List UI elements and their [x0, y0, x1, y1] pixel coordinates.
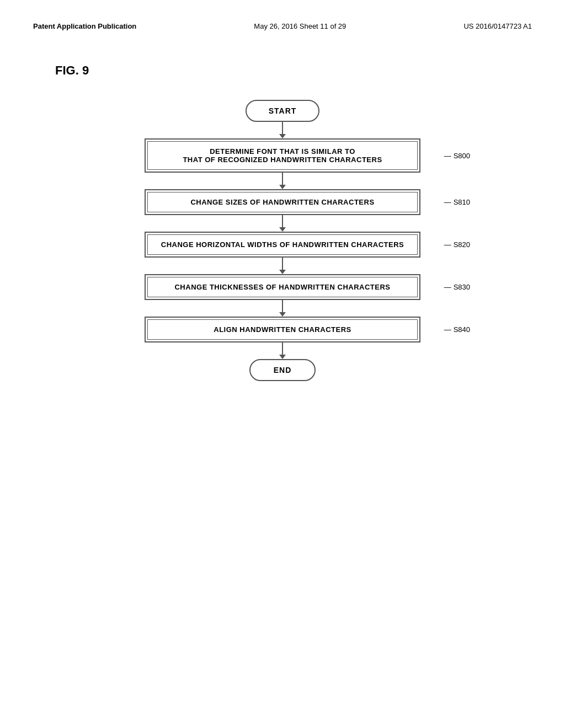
step-s840-label: — S840 [444, 325, 470, 334]
step-s830: CHANGE THICKNESSES OF HANDWRITTEN CHARAC… [145, 274, 420, 300]
s800-text: S800 [454, 152, 470, 160]
step-s800-row: DETERMINE FONT THAT IS SIMILAR TOTHAT OF… [145, 138, 420, 173]
step-s810: CHANGE SIZES OF HANDWRITTEN CHARACTERS [145, 189, 420, 215]
arrow-1 [279, 122, 286, 138]
step-s830-row: CHANGE THICKNESSES OF HANDWRITTEN CHARAC… [145, 274, 420, 300]
figure-label: FIG. 9 [55, 63, 532, 78]
s810-text: S810 [454, 198, 470, 206]
header-left: Patent Application Publication [33, 22, 136, 30]
flowchart: START DETERMINE FONT THAT IS SIMILAR TOT… [33, 100, 532, 381]
step-s810-row: CHANGE SIZES OF HANDWRITTEN CHARACTERS —… [145, 189, 420, 215]
arrow-3 [279, 215, 286, 232]
step-s820-row: CHANGE HORIZONTAL WIDTHS OF HANDWRITTEN … [145, 232, 420, 258]
end-label: END [274, 366, 292, 374]
step-s840-row: ALIGN HANDWRITTEN CHARACTERS — S840 [145, 317, 420, 342]
step-s840: ALIGN HANDWRITTEN CHARACTERS [145, 317, 420, 342]
s830-text: S830 [454, 283, 470, 291]
header-center: May 26, 2016 Sheet 11 of 29 [254, 22, 346, 30]
step-s820-label: — S820 [444, 240, 470, 249]
step-s800: DETERMINE FONT THAT IS SIMILAR TOTHAT OF… [145, 138, 420, 173]
start-node: START [246, 100, 320, 122]
header-right: US 2016/0147723 A1 [463, 22, 532, 30]
step-s820: CHANGE HORIZONTAL WIDTHS OF HANDWRITTEN … [145, 232, 420, 258]
step-s800-label: — S800 [444, 152, 470, 160]
arrow-5 [279, 300, 286, 317]
page: Patent Application Publication May 26, 2… [0, 0, 565, 728]
start-label: START [269, 106, 297, 115]
arrow-4 [279, 258, 286, 274]
s840-text: S840 [454, 325, 470, 334]
end-node: END [249, 359, 316, 381]
page-header: Patent Application Publication May 26, 2… [33, 22, 532, 30]
arrow-6 [279, 342, 286, 359]
s820-text: S820 [454, 240, 470, 249]
step-s810-label: — S810 [444, 198, 470, 206]
arrow-2 [279, 173, 286, 189]
step-s830-label: — S830 [444, 283, 470, 291]
